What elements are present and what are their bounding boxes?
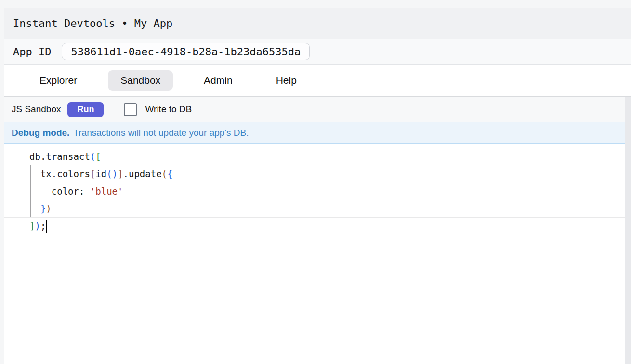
code-token: ] [118,169,123,179]
code-token [29,203,40,214]
devtools-window: Instant Devtools • My App App ID 538611d… [0,0,631,364]
code-token: ; [40,221,46,231]
debug-banner-title: Debug mode. [12,128,69,138]
titlebar: Instant Devtools • My App [4,8,631,39]
code-token: ) [46,203,51,214]
write-to-db-label: Write to DB [145,104,192,115]
code-line[interactable]: }) [4,200,625,217]
tab-admin[interactable]: Admin [191,70,245,91]
lower-pane: JS Sandbox Run Write to DB Debug mode. T… [4,97,631,364]
debug-banner-message: Transactions will not update your app's … [73,128,249,138]
tab-explorer[interactable]: Explorer [27,70,90,91]
code-line[interactable]: tx.colors[id()].update({ [4,165,625,182]
sandbox-label: JS Sandbox [12,104,61,115]
code-token: [ [90,169,95,179]
code-token: tx.colors [29,169,90,179]
code-editor[interactable]: db.transact([ tx.colors[id()].update({ c… [4,144,625,364]
code-token: ( [90,151,95,162]
code-token: id [95,169,106,179]
app-id-row: App ID 538611d1-0aec-4918-b28a-1b23da653… [4,39,631,65]
code-token: 'blue' [90,186,123,196]
write-to-db-checkbox[interactable] [124,103,137,116]
app-id-value[interactable]: 538611d1-0aec-4918-b28a-1b23da6535da [62,43,310,60]
code-line[interactable]: ]); [4,217,625,234]
sandbox-pane: JS Sandbox Run Write to DB Debug mode. T… [4,97,625,364]
run-button[interactable]: Run [67,102,104,117]
code-token: { [167,169,172,179]
sandbox-toolbar: JS Sandbox Run Write to DB [4,97,625,122]
code-token: db.transact [29,151,90,162]
tab-help[interactable]: Help [263,70,309,91]
devtools-panel: Instant Devtools • My App App ID 538611d… [4,8,631,364]
code-line[interactable]: color: 'blue' [4,182,625,200]
code-token: ( [162,169,167,179]
code-token: .update [123,169,162,179]
scrollbar-track[interactable] [625,97,631,364]
code-token: [ [95,151,101,162]
text-cursor [46,220,47,233]
page-title: Instant Devtools • My App [13,17,172,29]
code-token: ] [29,221,35,231]
app-id-label: App ID [13,46,51,58]
tabs: ExplorerSandboxAdminHelp [4,65,631,97]
debug-mode-banner: Debug mode. Transactions will not update… [4,122,625,144]
code-token: () [106,169,118,179]
code-lines: db.transact([ tx.colors[id()].update({ c… [4,144,625,234]
code-token: } [40,203,46,214]
indent-guide [30,165,31,217]
code-token: color: [29,186,90,196]
code-line[interactable]: db.transact([ [4,148,625,165]
code-token: ) [35,221,40,231]
tab-sandbox[interactable]: Sandbox [108,70,173,91]
